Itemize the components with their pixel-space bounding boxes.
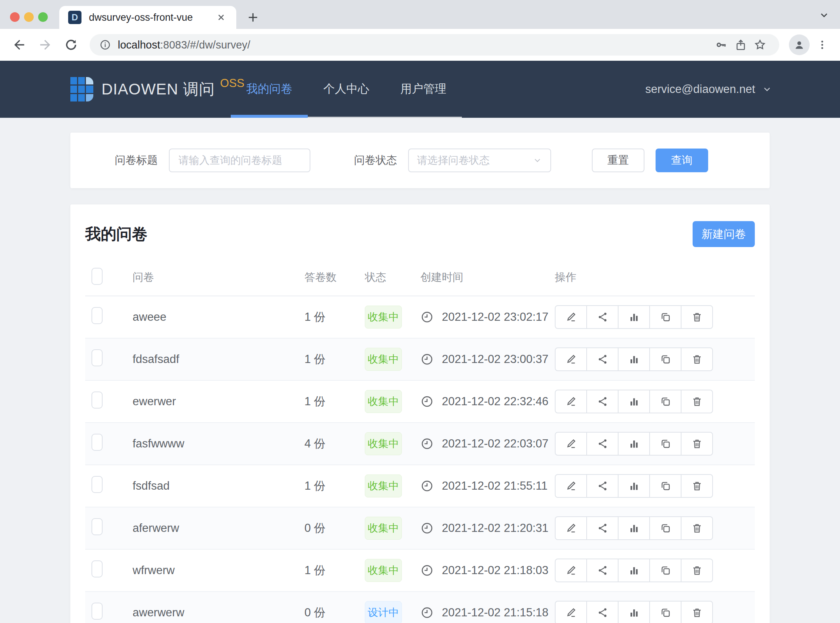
tab-close-icon[interactable] (215, 11, 227, 24)
nav-item-my-surveys[interactable]: 我的问卷 (231, 61, 308, 117)
new-tab-button[interactable] (244, 9, 262, 26)
copy-button[interactable] (649, 390, 682, 413)
table-row: wfrwerw 1 份 收集中 2021-12-02 21:18:03 (85, 550, 755, 592)
survey-title[interactable]: fasfwwww (133, 437, 305, 450)
reload-icon[interactable] (61, 34, 81, 55)
search-button[interactable]: 查询 (656, 149, 708, 172)
col-survey: 问卷 (133, 270, 305, 285)
share-button[interactable] (586, 432, 619, 456)
survey-title[interactable]: aferwerw (133, 522, 305, 535)
stats-button[interactable] (618, 390, 650, 413)
maximize-window-button[interactable] (38, 12, 48, 22)
reset-button[interactable]: 重置 (592, 149, 644, 172)
row-checkbox[interactable] (92, 560, 103, 577)
stats-button[interactable] (618, 516, 650, 540)
row-checkbox[interactable] (92, 603, 103, 620)
edit-button[interactable] (555, 516, 587, 540)
address-bar[interactable]: localhost:8083/#/dw/survey/ (90, 34, 779, 55)
edit-button[interactable] (555, 601, 587, 623)
row-checkbox[interactable] (92, 518, 103, 535)
share-button[interactable] (586, 305, 619, 329)
bar-chart-icon (628, 438, 640, 450)
bar-chart-icon (628, 480, 640, 492)
copy-button[interactable] (649, 347, 682, 371)
window-controls[interactable] (10, 12, 48, 22)
copy-button[interactable] (649, 474, 682, 498)
row-checkbox[interactable] (92, 391, 103, 408)
browser-menu-icon[interactable] (813, 36, 831, 54)
nav-item-personal-center[interactable]: 个人中心 (308, 61, 385, 117)
stats-button[interactable] (618, 305, 650, 329)
app-logo-text: DIAOWEN 调问 (101, 79, 215, 100)
delete-button[interactable] (681, 305, 713, 329)
delete-button[interactable] (681, 347, 713, 371)
url-text[interactable]: localhost:8083/#/dw/survey/ (118, 39, 712, 51)
survey-title[interactable]: fsdfsad (133, 479, 305, 493)
col-status: 状态 (365, 270, 420, 285)
main-nav: 我的问卷 个人中心 用户管理 (231, 61, 462, 118)
share-button[interactable] (586, 347, 619, 371)
stats-button[interactable] (618, 432, 650, 456)
delete-button[interactable] (681, 516, 713, 540)
survey-title[interactable]: wfrwerw (133, 564, 305, 577)
edit-button[interactable] (555, 559, 587, 582)
edit-button[interactable] (555, 474, 587, 498)
share-button[interactable] (586, 516, 619, 540)
copy-button[interactable] (649, 432, 682, 456)
row-checkbox[interactable] (92, 434, 103, 451)
create-survey-button[interactable]: 新建问卷 (693, 221, 755, 247)
survey-title[interactable]: aweee (133, 310, 305, 324)
delete-button[interactable] (681, 474, 713, 498)
delete-button[interactable] (681, 601, 713, 623)
share-button[interactable] (586, 559, 619, 582)
edit-button[interactable] (555, 305, 587, 329)
copy-button[interactable] (649, 516, 682, 540)
row-checkbox[interactable] (92, 307, 103, 324)
browser-profile-avatar[interactable] (789, 34, 809, 55)
delete-button[interactable] (681, 559, 713, 582)
bookmark-star-icon[interactable] (750, 35, 769, 54)
bar-chart-icon (628, 565, 640, 576)
survey-title[interactable]: awerwerw (133, 606, 305, 619)
back-icon[interactable] (9, 34, 30, 55)
edit-button[interactable] (555, 432, 587, 456)
stats-button[interactable] (618, 559, 650, 582)
select-all-checkbox[interactable] (92, 268, 103, 285)
close-window-button[interactable] (10, 12, 20, 22)
row-checkbox[interactable] (92, 476, 103, 493)
copy-button[interactable] (649, 559, 682, 582)
delete-button[interactable] (681, 390, 713, 413)
edit-button[interactable] (555, 390, 587, 413)
user-menu[interactable]: service@diaowen.net (645, 61, 772, 118)
survey-list-panel: 我的问卷 新建问卷 问卷 答卷数 状态 创建时间 操作 aweee 1 份 收集… (71, 204, 769, 623)
minimize-window-button[interactable] (24, 12, 34, 22)
diaowen-logo-icon (71, 77, 94, 101)
stats-button[interactable] (618, 347, 650, 371)
page-content: 问卷标题 问卷状态 请选择问卷状态 重置 查询 我的问卷 新建问卷 问卷 答卷数… (0, 118, 840, 623)
trash-icon (691, 396, 703, 407)
forward-icon[interactable] (35, 34, 55, 55)
share-button[interactable] (586, 390, 619, 413)
stats-button[interactable] (618, 601, 650, 623)
delete-button[interactable] (681, 432, 713, 456)
share-page-icon[interactable] (731, 35, 750, 54)
copy-button[interactable] (649, 601, 682, 623)
edit-icon (565, 480, 577, 492)
stats-button[interactable] (618, 474, 650, 498)
survey-title-input[interactable] (169, 149, 310, 172)
browser-tab[interactable]: D dwsurvey-oss-front-vue (59, 6, 236, 29)
password-key-icon[interactable] (712, 35, 731, 54)
survey-title[interactable]: fdsafsadf (133, 353, 305, 366)
share-button[interactable] (586, 601, 619, 623)
copy-button[interactable] (649, 305, 682, 329)
clock-icon (420, 395, 434, 408)
edit-button[interactable] (555, 347, 587, 371)
nav-item-user-management[interactable]: 用户管理 (385, 61, 462, 117)
app-logo[interactable]: DIAOWEN 调问 OSS (71, 61, 244, 118)
site-info-icon[interactable] (99, 39, 111, 51)
tab-search-chevron-icon[interactable] (819, 10, 829, 21)
share-button[interactable] (586, 474, 619, 498)
survey-title[interactable]: ewerwer (133, 395, 305, 408)
row-checkbox[interactable] (92, 349, 103, 366)
survey-status-select[interactable]: 请选择问卷状态 (408, 149, 551, 172)
